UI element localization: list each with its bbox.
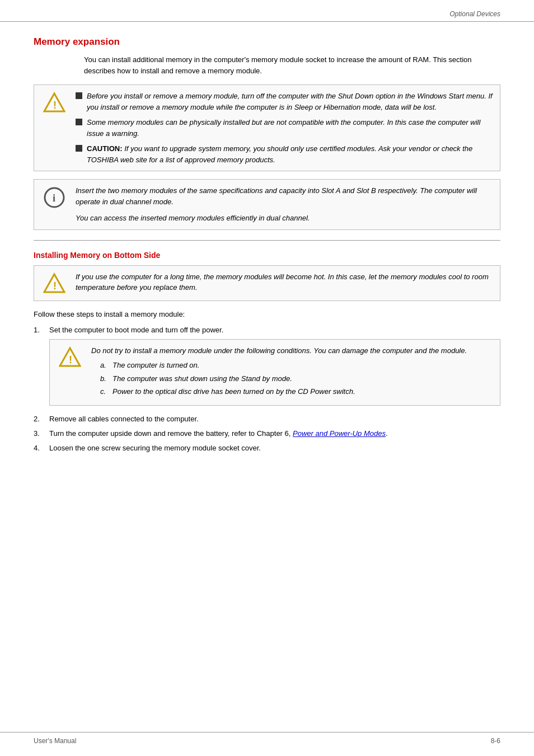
warning-item-2: Some memory modules can be physically in… (76, 117, 493, 139)
chapter-link[interactable]: Power and Power-Up Modes (293, 429, 386, 438)
warning-item-1: Before you install or remove a memory mo… (76, 91, 493, 112)
caution-triangle-icon-2: ! (43, 273, 65, 295)
subitem-label-c: c. (100, 386, 113, 397)
step-2: 2. Remove all cables connected to the co… (34, 414, 500, 425)
step-text-4: Loosen the one screw securing the memory… (49, 443, 500, 454)
warning-text-3: CAUTION: If you want to upgrade system m… (87, 143, 493, 165)
intro-paragraph: You can install additional memory in the… (84, 54, 500, 77)
subitem-text-c: Power to the optical disc drive has been… (113, 386, 355, 397)
warning-text-2: Some memory modules can be physically in… (87, 117, 493, 139)
warning-text-5: Do not try to install a memory module un… (91, 345, 493, 356)
footer-left: User's Manual (34, 737, 76, 745)
warning-subitem-c: c. Power to the optical disc drive has b… (100, 386, 493, 397)
bullet-icon (76, 92, 82, 99)
warning-box-2: ! If you use the computer for a long tim… (34, 265, 500, 301)
step-num-1: 1. (34, 325, 49, 336)
caution-triangle-icon-3: ! (59, 346, 81, 369)
info-text-2: You can access the inserted memory modul… (76, 213, 493, 224)
info-circle-icon: i (43, 186, 65, 209)
subitem-label-b: b. (100, 373, 113, 384)
step-text-3: Turn the computer upside down and remove… (49, 428, 500, 439)
step-text-2: Remove all cables connected to the compu… (49, 414, 500, 425)
info-icon-1: i (41, 185, 68, 209)
warning-box-3: ! Do not try to install a memory module … (49, 339, 500, 406)
subitem-text-b: The computer was shut down using the Sta… (113, 373, 292, 384)
svg-text:!: ! (53, 100, 57, 111)
step-3: 3. Turn the computer upside down and rem… (34, 428, 500, 439)
subsection-heading: Installing Memory on Bottom Side (34, 251, 500, 260)
step-num-4: 4. (34, 443, 49, 454)
page-header: Optional Devices (0, 0, 534, 22)
warning-item-3: CAUTION: If you want to upgrade system m… (76, 143, 493, 165)
warning-icon-1: ! (41, 91, 68, 114)
page: Optional Devices Memory expansion You ca… (0, 0, 534, 756)
warning-box-1-content: Before you install or remove a memory mo… (76, 91, 493, 165)
step-text-1: Set the computer to boot mode and turn o… (49, 325, 500, 336)
main-content: Memory expansion You can install additio… (0, 22, 534, 468)
warning-box-3-content: Do not try to install a memory module un… (91, 345, 493, 400)
subitem-text-a: The computer is turned on. (113, 360, 199, 371)
warning-sublist: a. The computer is turned on. b. The com… (100, 360, 493, 397)
caution-label: CAUTION: (87, 144, 123, 153)
section-heading: Memory expansion (34, 36, 500, 48)
warning-box-2-content: If you use the computer for a long time,… (76, 271, 493, 293)
info-text-1: Insert the two memory modules of the sam… (76, 185, 493, 208)
svg-text:i: i (53, 192, 55, 204)
step-4: 4. Loosen the one screw securing the mem… (34, 443, 500, 454)
warning-text-4: If you use the computer for a long time,… (76, 271, 493, 293)
svg-text:!: ! (53, 280, 57, 292)
footer-right: 8-6 (491, 737, 500, 745)
section-divider (34, 240, 500, 241)
caution-triangle-icon: ! (43, 92, 65, 114)
warning-box-1: ! Before you install or remove a memory … (34, 84, 500, 171)
page-footer: User's Manual 8-6 (0, 732, 534, 745)
step-num-2: 2. (34, 414, 49, 425)
subitem-label-a: a. (100, 360, 113, 371)
warning-subitem-a: a. The computer is turned on. (100, 360, 493, 371)
bullet-icon (76, 145, 82, 152)
warning-icon-3: ! (57, 345, 83, 369)
section-label: Optional Devices (449, 10, 500, 18)
svg-text:!: ! (69, 354, 72, 365)
info-box-1: i Insert the two memory modules of the s… (34, 179, 500, 229)
warning-icon-2: ! (41, 271, 68, 295)
steps-intro: Follow these steps to install a memory m… (34, 309, 500, 320)
bullet-icon (76, 119, 82, 125)
warning-subitem-b: b. The computer was shut down using the … (100, 373, 493, 384)
warning-text-1: Before you install or remove a memory mo… (87, 91, 493, 112)
step-1: 1. Set the computer to boot mode and tur… (34, 325, 500, 336)
step-num-3: 3. (34, 428, 49, 439)
info-box-1-content: Insert the two memory modules of the sam… (76, 185, 493, 223)
